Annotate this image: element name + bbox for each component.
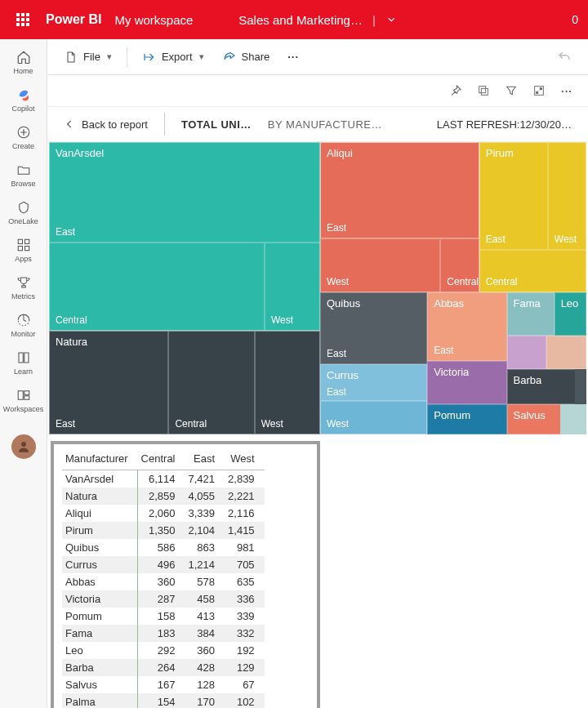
cell-west: 2,839 <box>225 470 265 488</box>
report-switch-dropdown[interactable] <box>385 14 397 25</box>
table-row[interactable]: Currus4961,214705 <box>62 556 265 573</box>
treemap-region[interactable]: West <box>548 142 586 250</box>
nav-monitor[interactable]: Monitor <box>2 309 46 341</box>
undo-button[interactable] <box>550 47 578 68</box>
table-row[interactable]: Fama183384332 <box>62 625 265 642</box>
nav-home[interactable]: Home <box>2 46 46 78</box>
more-options[interactable]: ··· <box>281 47 305 66</box>
table-header[interactable]: West <box>225 449 265 470</box>
cell-central: 586 <box>138 539 185 556</box>
cell-east: 428 <box>185 659 225 676</box>
treemap-visual[interactable]: VanArsdel East Central West Natura East … <box>49 142 586 434</box>
nav-learn[interactable]: Learn <box>2 346 46 379</box>
focus-mode[interactable] <box>531 82 547 99</box>
treemap-cell-victoria[interactable]: Victoria <box>427 361 506 404</box>
file-menu[interactable]: File ▾ <box>57 47 118 68</box>
nav-copilot[interactable]: Copilot <box>2 83 46 116</box>
cell-east: 413 <box>185 608 225 625</box>
treemap-cell-salvus[interactable]: Salvus <box>507 404 586 434</box>
nav-onelake[interactable]: OneLake <box>2 196 46 229</box>
nav-browse[interactable]: Browse <box>2 158 46 191</box>
monitor-icon <box>16 312 32 328</box>
table-row[interactable]: VanArsdel6,1147,4212,839 <box>62 470 265 488</box>
cell-mfr: Quibus <box>62 539 138 556</box>
treemap-cell-fama[interactable]: Fama <box>507 292 555 336</box>
table-row[interactable]: Pirum1,3502,1041,415 <box>62 522 265 539</box>
cell-west: 339 <box>225 608 265 625</box>
treemap-region[interactable] <box>507 336 547 369</box>
visual-more-options[interactable]: ··· <box>559 82 575 99</box>
treemap-region[interactable]: West <box>320 238 440 292</box>
table-header[interactable]: Manufacturer <box>62 449 138 470</box>
crumb-dimension[interactable]: BY MANUFACTURER … <box>268 118 382 131</box>
table-row[interactable]: Quibus586863981 <box>62 539 265 556</box>
main-area: File ▾ Export ▾ Share ··· ··· <box>47 39 588 708</box>
crumb-measure[interactable]: TOTAL UNI… <box>181 118 252 131</box>
cell-central: 360 <box>138 573 185 590</box>
treemap-cell-pirum[interactable]: Pirum East West Central <box>479 142 586 292</box>
svg-rect-7 <box>24 391 29 395</box>
workspaces-icon <box>16 387 32 403</box>
cell-east: 2,104 <box>185 522 225 539</box>
treemap-region[interactable]: West <box>255 331 320 434</box>
notifications-count[interactable]: 0 <box>572 13 585 26</box>
treemap-region[interactable]: West <box>320 401 427 434</box>
treemap-region[interactable]: Central <box>479 250 586 292</box>
cell-mfr: Currus <box>62 556 138 573</box>
table-row[interactable]: Palma154170102 <box>62 693 265 708</box>
table-row[interactable]: Leo292360192 <box>62 642 265 659</box>
treemap-region[interactable]: East <box>49 142 320 243</box>
cell-central: 1,350 <box>138 522 185 539</box>
table-row[interactable]: Natura2,8594,0552,221 <box>62 488 265 505</box>
nav-create[interactable]: Create <box>2 121 46 154</box>
cell-central: 6,114 <box>138 470 185 488</box>
treemap-cell-aliqui[interactable]: Aliqui East West Central <box>320 142 479 292</box>
treemap-cell-natura[interactable]: Natura East Central West <box>49 331 320 434</box>
table-row[interactable]: Abbas360578635 <box>62 573 265 590</box>
nav-workspaces[interactable]: Workspaces <box>2 384 46 416</box>
filter-visual[interactable] <box>503 82 519 99</box>
cell-east: 458 <box>185 590 225 608</box>
treemap-region[interactable]: West <box>265 243 320 331</box>
export-menu[interactable]: Export ▾ <box>136 47 211 68</box>
workspace-breadcrumb[interactable]: My workspace <box>114 13 193 27</box>
treemap-cell-leo[interactable]: Leo <box>555 292 586 336</box>
brand-name[interactable]: Power BI <box>46 12 101 27</box>
treemap-cell-currus[interactable]: Currus East West <box>320 364 427 434</box>
app-launcher[interactable] <box>3 0 42 39</box>
cell-west: 102 <box>225 693 265 708</box>
treemap-cell-barba[interactable]: Barba <box>507 369 586 404</box>
data-table-visual[interactable]: ManufacturerCentralEastWest VanArsdel6,1… <box>51 441 320 708</box>
nav-apps[interactable]: Apps <box>2 234 46 266</box>
table-row[interactable]: Barba264428129 <box>62 659 265 676</box>
command-bar: File ▾ Export ▾ Share ··· <box>47 39 588 75</box>
share-button[interactable]: Share <box>216 47 277 68</box>
cell-east: 3,339 <box>185 505 225 522</box>
back-to-report[interactable]: Back to report <box>64 118 148 131</box>
table-row[interactable]: Victoria287458336 <box>62 590 265 608</box>
table-row[interactable]: Pomum158413339 <box>62 608 265 625</box>
report-name[interactable]: Sales and Marketing… <box>238 13 363 27</box>
pin-visual[interactable] <box>448 82 464 99</box>
treemap-cell-quibus[interactable]: Quibus East <box>320 292 427 364</box>
cell-mfr: Barba <box>62 659 138 676</box>
table-header[interactable]: Central <box>138 449 185 470</box>
treemap-cell-pomum[interactable]: Pomum <box>427 404 506 434</box>
treemap-region[interactable]: Central <box>168 331 254 434</box>
table-header[interactable]: East <box>185 449 225 470</box>
treemap-cell-abbas[interactable]: Abbas East <box>427 292 506 361</box>
treemap-region[interactable]: Central <box>440 238 479 292</box>
table-row[interactable]: Salvus16712867 <box>62 676 265 693</box>
table-row[interactable]: Aliqui2,0603,3392,116 <box>62 505 265 522</box>
treemap-region[interactable] <box>546 336 586 369</box>
cell-west: 981 <box>225 539 265 556</box>
cell-mfr: Natura <box>62 488 138 505</box>
treemap-region[interactable]: Central <box>49 243 265 331</box>
cell-west: 2,116 <box>225 505 265 522</box>
user-avatar[interactable] <box>11 434 36 459</box>
folder-icon <box>16 162 32 178</box>
treemap-cell-vanarsdel[interactable]: VanArsdel East Central West <box>49 142 320 331</box>
nav-metrics[interactable]: Metrics <box>2 271 46 304</box>
copy-visual[interactable] <box>475 82 492 99</box>
cell-east: 128 <box>185 676 225 693</box>
